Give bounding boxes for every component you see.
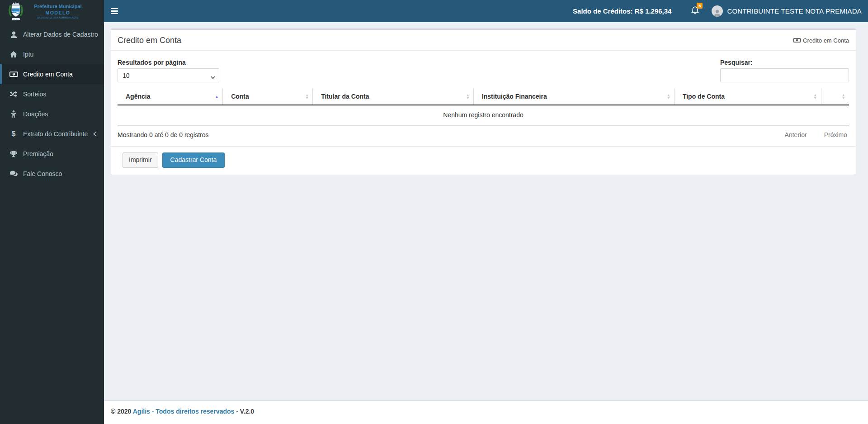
sort-both-icon: ▲▼: [813, 94, 817, 99]
home-icon: [8, 51, 19, 57]
copyright-text: © 2020: [111, 408, 133, 415]
empty-table-row: Nenhum registro encontrado: [118, 105, 849, 125]
notifications-button[interactable]: 6: [691, 6, 699, 16]
breadcrumb: 1 Credito em Conta: [793, 37, 849, 44]
sidebar-item-label: Credito em Conta: [23, 71, 73, 78]
dollar-sign-icon: $: [8, 130, 19, 138]
sidebar-menu: Alterar Dados de Cadastro Iptu 1 Credito…: [0, 24, 104, 184]
column-header-conta[interactable]: Conta ▲▼: [223, 88, 313, 105]
sort-both-icon: ▲▼: [666, 94, 670, 99]
credito-em-conta-panel: Credito em Conta 1 Credito em Conta Resu…: [111, 29, 856, 175]
pagination-next-button[interactable]: Próximo: [824, 131, 847, 138]
sidebar-item-iptu[interactable]: Iptu: [0, 44, 104, 64]
page-title: Credito em Conta: [118, 36, 181, 45]
sidebar-item-doacoes[interactable]: Doações: [0, 104, 104, 124]
column-header-agencia[interactable]: Agência ▲: [118, 88, 223, 105]
sidebar-item-label: Fale Conosco: [23, 170, 62, 177]
user-menu-button[interactable]: CONTRIBUINTE TESTE NOTA PREMIADA: [712, 5, 862, 17]
logo-subtitle: MODELO: [45, 10, 70, 16]
table-info-label: Mostrando 0 até 0 de 0 registros: [118, 131, 209, 138]
credit-balance-label: Saldo de Créditos: R$ 1.296,34: [573, 7, 671, 15]
sidebar-item-premiacao[interactable]: Premiação: [0, 144, 104, 164]
sidebar-item-sorteios[interactable]: Sorteios: [0, 84, 104, 104]
pagination: Anterior Próximo: [785, 131, 849, 138]
sidebar-item-label: Alterar Dados de Cadastro: [23, 31, 98, 38]
sidebar-item-label: Premiação: [23, 150, 53, 157]
accounts-table: Agência ▲ Conta ▲▼ Titular da Conta ▲▼: [118, 88, 849, 125]
empty-message: Nenhum registro encontrado: [118, 105, 849, 125]
sidebar-item-credito-em-conta[interactable]: 1 Credito em Conta: [0, 64, 104, 84]
column-header-tipo-de-conta[interactable]: Tipo de Conta ▲▼: [674, 88, 821, 105]
avatar: [712, 5, 723, 17]
panel-header: Credito em Conta 1 Credito em Conta: [111, 30, 856, 51]
print-button[interactable]: Imprimir: [123, 152, 158, 168]
content-area: Credito em Conta 1 Credito em Conta Resu…: [104, 22, 868, 400]
city-crest-logo: [6, 1, 25, 21]
results-per-page-select[interactable]: 10: [118, 68, 219, 82]
agilis-link[interactable]: Agilis - Todos direitos reservados: [133, 408, 235, 415]
sidebar-item-label: Sorteios: [23, 91, 46, 98]
svg-text:1: 1: [13, 73, 14, 76]
money-bill-icon: 1: [793, 37, 801, 44]
register-account-button[interactable]: Cadastrar Conta: [162, 152, 225, 168]
pagination-previous-button[interactable]: Anterior: [785, 131, 807, 138]
top-navbar: Saldo de Créditos: R$ 1.296,34 6 CONTRIB…: [104, 0, 868, 22]
sort-ascending-icon: ▲: [215, 94, 219, 99]
sidebar-item-alterar-dados[interactable]: Alterar Dados de Cadastro: [0, 24, 104, 44]
user-icon: [8, 31, 19, 38]
trophy-icon: [8, 151, 19, 157]
page-footer: © 2020 Agilis - Todos direitos reservado…: [104, 400, 868, 424]
sidebar-item-fale-conosco[interactable]: Fale Conosco: [0, 164, 104, 184]
app-logo[interactable]: Prefeitura Municipal MODELO ORGULHO DE S…: [0, 0, 104, 23]
logo-tagline: ORGULHO DE SUA ADMINISTRAÇÃO: [37, 17, 79, 19]
shuffle-icon: [8, 91, 19, 97]
results-per-page-label: Resultados por página: [118, 59, 219, 66]
menu-toggle-button[interactable]: [104, 0, 124, 22]
search-label: Pesquisar:: [720, 59, 849, 66]
column-header-instituicao-financeira[interactable]: Instituição Financeira ▲▼: [473, 88, 674, 105]
sidebar-item-label: Iptu: [23, 51, 33, 58]
comments-icon: [8, 171, 19, 177]
panel-body: Resultados por página 10 Pesquisar:: [111, 51, 856, 138]
sidebar: Prefeitura Municipal MODELO ORGULHO DE S…: [0, 0, 104, 424]
search-input[interactable]: [720, 68, 849, 82]
sort-both-icon: ▲▼: [305, 94, 309, 99]
sidebar-item-label: Doações: [23, 110, 48, 118]
username-label: CONTRIBUINTE TESTE NOTA PREMIADA: [727, 7, 862, 15]
version-text: - V.2.0: [234, 408, 254, 415]
breadcrumb-label: Credito em Conta: [803, 37, 849, 44]
table-header-row: Agência ▲ Conta ▲▼ Titular da Conta ▲▼: [118, 88, 849, 105]
money-bill-icon: 1: [8, 71, 19, 77]
column-header-titular-da-conta[interactable]: Titular da Conta ▲▼: [313, 88, 474, 105]
sidebar-item-extrato-do-contribuinte[interactable]: $ Extrato do Contribuinte: [0, 124, 104, 144]
panel-footer: Imprimir Cadastrar Conta: [111, 146, 856, 175]
sidebar-item-label: Extrato do Contribuinte: [23, 130, 88, 138]
notifications-count-badge: 6: [697, 3, 703, 9]
logo-title: Prefeitura Municipal: [34, 4, 81, 10]
chevron-left-icon: [93, 131, 97, 137]
column-header-actions[interactable]: ▲▼: [821, 88, 849, 105]
sort-both-icon: ▲▼: [842, 94, 845, 99]
sort-both-icon: ▲▼: [466, 94, 469, 99]
child-icon: [8, 110, 19, 118]
